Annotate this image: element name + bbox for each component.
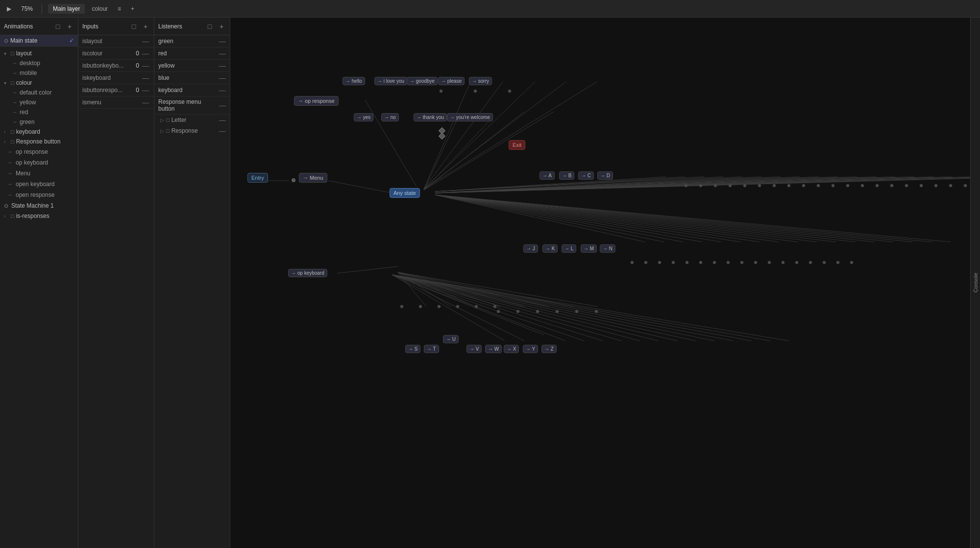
svg-line-65	[392, 275, 640, 341]
listener-row-yellow[interactable]: yellow —	[154, 60, 230, 72]
node-no[interactable]: → no	[381, 113, 399, 121]
node-please[interactable]: → please	[438, 77, 465, 85]
listener-yellow-minus[interactable]: —	[219, 62, 226, 70]
listener-response-minus[interactable]: —	[219, 127, 226, 135]
node-w[interactable]: → W	[485, 345, 502, 353]
simple-item-open-keyboard[interactable]: → open keyboard	[0, 179, 78, 190]
colour-yellow-item[interactable]: → yellow	[12, 97, 78, 107]
node-m[interactable]: → M	[581, 244, 597, 253]
tree-item-layout[interactable]: ▾ □ layout	[0, 48, 78, 58]
node-x[interactable]: → X	[504, 345, 519, 353]
state-machine-item[interactable]: ⊙ State Machine 1	[0, 200, 78, 211]
node-s[interactable]: → S	[405, 345, 420, 353]
play-button[interactable]: ▶	[4, 4, 14, 13]
listener-blue-minus[interactable]: —	[219, 74, 226, 82]
node-op-keyboard[interactable]: → op keyboard	[288, 269, 327, 277]
animations-add-button[interactable]: +	[65, 22, 74, 31]
svg-line-1	[328, 181, 392, 193]
listener-response-menu-minus[interactable]: —	[219, 101, 226, 109]
ismenu-minus[interactable]: —	[141, 98, 150, 106]
input-row-iscolour[interactable]: iscolour 0 —	[78, 48, 154, 60]
listener-sub-letter[interactable]: ▷ □ Letter —	[154, 115, 230, 125]
node-yes[interactable]: → yes	[354, 113, 373, 121]
svg-point-77	[456, 305, 459, 308]
node-c[interactable]: → C	[578, 171, 594, 180]
listener-green-minus[interactable]: —	[219, 37, 226, 45]
listeners-folder-button[interactable]: □	[205, 22, 214, 31]
inputs-add-button[interactable]: +	[141, 22, 150, 31]
listener-row-response-menu-button[interactable]: Response menu button —	[154, 96, 230, 115]
listener-row-keyboard[interactable]: keyboard —	[154, 84, 230, 96]
inputs-folder-button[interactable]: □	[129, 22, 138, 31]
canvas-area[interactable]: Entry → Menu → op response Any state Exi…	[230, 18, 970, 548]
iskeyboard-minus[interactable]: —	[141, 74, 150, 82]
tree-item-is-responses[interactable]: › □ is-responses	[0, 211, 78, 221]
desktop-arrow: →	[12, 60, 18, 67]
colour-green-item[interactable]: → green	[12, 117, 78, 127]
node-hello[interactable]: → hello	[343, 77, 365, 85]
node-i-love-you[interactable]: → i love you	[374, 77, 407, 85]
node-l[interactable]: → L	[562, 244, 576, 253]
node-sorry[interactable]: → sorry	[469, 77, 492, 85]
colour-red-item[interactable]: → red	[12, 107, 78, 117]
console-label[interactable]: Console	[973, 273, 979, 292]
svg-line-68	[392, 275, 696, 341]
input-row-ismenu[interactable]: ismenu —	[78, 96, 154, 109]
listeners-add-button[interactable]: +	[217, 22, 226, 31]
simple-item-open-response[interactable]: → open response	[0, 190, 78, 200]
node-v[interactable]: → V	[466, 345, 482, 353]
input-row-islayout[interactable]: islayout —	[78, 35, 154, 48]
colour-default-item[interactable]: → default color	[12, 88, 78, 97]
listener-letter-minus[interactable]: —	[219, 116, 226, 124]
isbuttonkeybo-minus[interactable]: —	[141, 62, 150, 70]
layout-desktop-item[interactable]: → desktop	[12, 58, 78, 68]
simple-item-op-response[interactable]: → op response	[0, 146, 78, 157]
isbuttonrespo-minus[interactable]: —	[141, 86, 150, 94]
node-z[interactable]: → Z	[541, 345, 557, 353]
menu-arrow: →	[7, 170, 13, 177]
node-d[interactable]: → D	[597, 171, 613, 180]
node-k[interactable]: → K	[542, 244, 558, 253]
add-toolbar-button[interactable]: +	[128, 4, 137, 13]
node-op-response[interactable]: → op response	[294, 96, 339, 106]
input-row-iskeyboard[interactable]: iskeyboard —	[78, 72, 154, 84]
node-thank-you[interactable]: → thank you	[414, 113, 447, 121]
node-entry[interactable]: Entry	[247, 173, 268, 183]
node-u[interactable]: → U	[443, 335, 459, 343]
listener-sub-response[interactable]: ▷ □ Response —	[154, 125, 230, 136]
node-n[interactable]: → N	[600, 244, 615, 253]
listener-keyboard-minus[interactable]: —	[219, 86, 226, 94]
svg-point-99	[964, 184, 967, 187]
menu-icon-button[interactable]: ≡	[115, 4, 124, 13]
colour-tab[interactable]: colour	[89, 4, 111, 13]
node-a[interactable]: → A	[539, 171, 555, 180]
node-menu[interactable]: → Menu	[299, 173, 327, 183]
main-state-item[interactable]: ⊙ Main state ✓	[0, 35, 78, 47]
node-b[interactable]: → B	[559, 171, 574, 180]
main-layer-tab[interactable]: Main layer	[48, 4, 85, 14]
input-row-isbuttonkeybo[interactable]: isbuttonkeybo... 0 —	[78, 60, 154, 72]
tree-item-response-button[interactable]: › □ Response button	[0, 137, 78, 146]
tree-item-keyboard[interactable]: › □ keyboard	[0, 127, 78, 137]
node-youre-welcome[interactable]: → you're welcome	[447, 113, 493, 121]
tree-item-colour[interactable]: ▾ □ colour	[0, 78, 78, 88]
node-y[interactable]: → Y	[523, 345, 538, 353]
node-goodbye[interactable]: → goodbye	[407, 77, 438, 85]
node-any-state[interactable]: Any state	[390, 188, 420, 198]
iscolour-minus[interactable]: —	[141, 49, 150, 57]
simple-item-menu[interactable]: → Menu	[0, 168, 78, 179]
node-j[interactable]: → J	[523, 244, 538, 253]
menu-label: Menu	[16, 170, 30, 177]
simple-item-op-keyboard[interactable]: → op keyboard	[0, 157, 78, 168]
animations-folder-button[interactable]: □	[53, 22, 62, 31]
layout-mobile-item[interactable]: → mobile	[12, 68, 78, 78]
node-exit[interactable]: Exit	[509, 140, 525, 150]
islayout-minus[interactable]: —	[141, 37, 150, 45]
listener-row-red[interactable]: red —	[154, 48, 230, 60]
listener-row-green[interactable]: green —	[154, 35, 230, 48]
listener-red-minus[interactable]: —	[219, 49, 226, 57]
listener-row-blue[interactable]: blue —	[154, 72, 230, 84]
input-row-isbuttonrespo[interactable]: isbuttonrespo... 0 —	[78, 84, 154, 96]
op-keyboard-label: op keyboard	[16, 159, 48, 166]
node-t[interactable]: → T	[424, 345, 439, 353]
